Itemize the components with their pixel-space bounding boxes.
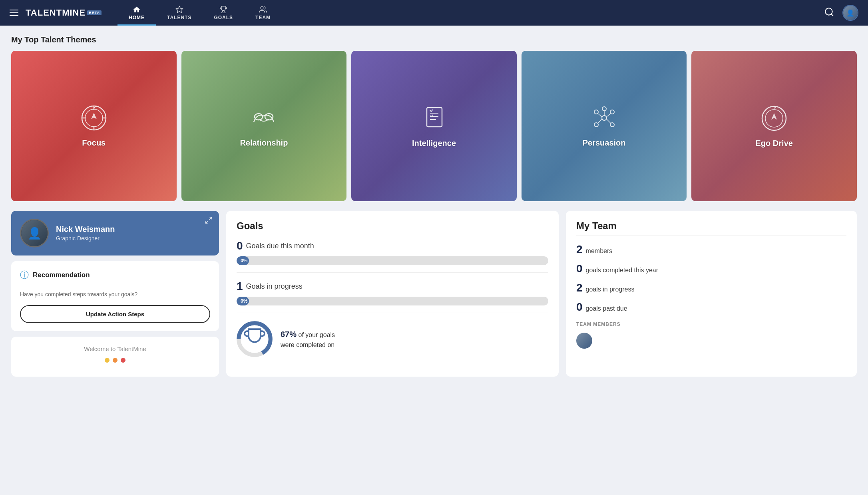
team-in-progress-count: 2 <box>576 281 583 294</box>
svg-line-27 <box>598 119 602 123</box>
svg-point-12 <box>255 114 263 120</box>
recommendation-card: ⓘ Recommendation Have you completed step… <box>11 261 219 331</box>
goals-due-progress-label: 0% <box>241 258 247 263</box>
talent-label-intelligence: Intelligence <box>412 139 456 148</box>
talent-card-persuasion[interactable]: Persuasion <box>522 51 687 201</box>
goals-progress-label: 1 Goals in progress <box>237 280 548 293</box>
goals-due-text: Goals due this month <box>246 242 314 250</box>
svg-point-2 <box>825 8 832 15</box>
talent-card-focus[interactable]: Focus <box>11 51 177 201</box>
welcome-title: Welcome to TalentMine <box>20 345 210 352</box>
team-completed-label: goals completed this year <box>586 267 658 274</box>
app-logo: TALENTMINE BETA <box>26 8 102 18</box>
team-past-due-label: goals past due <box>586 305 627 312</box>
talent-card-egodrive[interactable]: Ego Drive <box>691 51 857 201</box>
team-member-avatar <box>576 333 592 349</box>
profile-title-text: Graphic Designer <box>56 235 210 242</box>
svg-line-3 <box>831 14 833 16</box>
main-content: My Top Talent Themes Focus <box>0 26 868 386</box>
talent-label-persuasion: Persuasion <box>583 138 626 148</box>
team-in-progress-label: goals in progress <box>586 286 635 293</box>
svg-point-1 <box>261 6 263 9</box>
svg-marker-0 <box>176 6 183 12</box>
talent-card-relationship[interactable]: Relationship <box>181 51 347 201</box>
talent-label-focus: Focus <box>82 138 106 148</box>
team-member-row <box>576 333 846 349</box>
welcome-dot-2 <box>113 358 117 363</box>
talent-themes-grid: Focus Relationship <box>11 51 857 201</box>
goals-completed-percent: 67% <box>281 330 297 339</box>
goals-divider-2 <box>237 313 548 313</box>
app-badge: BETA <box>87 10 102 15</box>
svg-point-30 <box>765 110 783 127</box>
team-stat-completed: 0 goals completed this year <box>576 262 846 275</box>
team-members-section-label: TEAM MEMBERS <box>576 321 846 327</box>
rec-header: ⓘ Recommendation <box>20 269 210 286</box>
svg-point-22 <box>610 123 614 127</box>
goals-progress-text: Goals in progress <box>246 282 303 291</box>
welcome-dots <box>20 358 210 363</box>
goals-in-progress: 1 Goals in progress 0% <box>237 280 548 305</box>
nav-goals[interactable]: GOALS <box>203 0 244 26</box>
nav-right: 👤 <box>824 5 858 21</box>
goals-due-label: 0 Goals due this month <box>237 240 548 252</box>
svg-line-28 <box>607 119 611 123</box>
goals-panel: Goals 0 Goals due this month 0% 1 Goals … <box>226 211 559 377</box>
rec-title: Recommendation <box>33 271 90 279</box>
team-completed-count: 0 <box>576 262 583 275</box>
profile-card: 👤 Nick Weismann Graphic Designer <box>11 211 219 255</box>
team-divider <box>576 236 846 236</box>
goals-progress-bar-label: 0% <box>241 298 247 304</box>
goals-due-progress-bg: 0% <box>237 256 548 265</box>
svg-point-29 <box>762 106 786 130</box>
team-stat-members: 2 members <box>576 243 846 256</box>
team-stat-past-due: 0 goals past due <box>576 301 846 313</box>
goals-progress-count: 1 <box>237 280 243 293</box>
talent-label-egodrive: Ego Drive <box>756 139 793 148</box>
goals-due-count: 0 <box>237 240 243 252</box>
search-icon[interactable] <box>824 7 834 19</box>
nav-links: HOME TALENTS GOALS TEAM <box>117 0 824 26</box>
talent-themes-title: My Top Talent Themes <box>11 35 857 44</box>
navbar: TALENTMINE BETA HOME TALENTS GOALS TEAM … <box>0 0 868 26</box>
svg-marker-31 <box>771 113 777 120</box>
expand-icon[interactable] <box>205 216 213 226</box>
team-members-count: 2 <box>576 243 583 256</box>
svg-line-32 <box>774 107 776 108</box>
profile-avatar: 👤 <box>20 219 49 248</box>
talent-label-relationship: Relationship <box>240 138 288 148</box>
profile-info: Nick Weismann Graphic Designer <box>56 225 210 242</box>
goals-chart-area: 67% of your goalswere completed on <box>237 321 548 357</box>
svg-point-19 <box>594 110 598 114</box>
left-panel: 👤 Nick Weismann Graphic Designer ⓘ Recom… <box>11 211 219 377</box>
rec-body: Have you completed steps towards your go… <box>20 290 210 299</box>
goals-progress-bar-fill: 0% <box>237 297 249 305</box>
goals-due-this-month: 0 Goals due this month 0% <box>237 240 548 265</box>
update-action-steps-button[interactable]: Update Action Steps <box>20 305 210 323</box>
goals-percent-text: 67% of your goalswere completed on <box>281 328 335 350</box>
welcome-card: Welcome to TalentMine <box>11 337 219 377</box>
svg-point-20 <box>610 110 614 114</box>
team-section-title: My Team <box>576 220 846 232</box>
lower-grid: 👤 Nick Weismann Graphic Designer ⓘ Recom… <box>11 211 857 377</box>
goals-divider-1 <box>237 272 548 273</box>
app-name: TALENTMINE <box>26 8 86 18</box>
talent-card-intelligence[interactable]: Intelligence <box>351 51 517 201</box>
nav-talents[interactable]: TALENTS <box>156 0 203 26</box>
svg-point-23 <box>602 107 606 111</box>
goals-due-progress-fill: 0% <box>237 256 249 265</box>
welcome-dot-1 <box>105 358 109 363</box>
team-members-label: members <box>586 248 613 255</box>
svg-line-25 <box>598 114 602 117</box>
nav-team[interactable]: TEAM <box>244 0 282 26</box>
svg-point-18 <box>602 116 607 120</box>
svg-point-35 <box>245 329 265 349</box>
welcome-dot-3 <box>121 358 125 363</box>
info-icon: ⓘ <box>20 269 29 281</box>
svg-point-5 <box>85 109 103 127</box>
team-stat-in-progress: 2 goals in progress <box>576 281 846 294</box>
goals-section-title: Goals <box>237 220 548 232</box>
hamburger-menu[interactable] <box>10 10 18 16</box>
nav-home[interactable]: HOME <box>117 0 156 26</box>
user-avatar[interactable]: 👤 <box>842 5 858 21</box>
